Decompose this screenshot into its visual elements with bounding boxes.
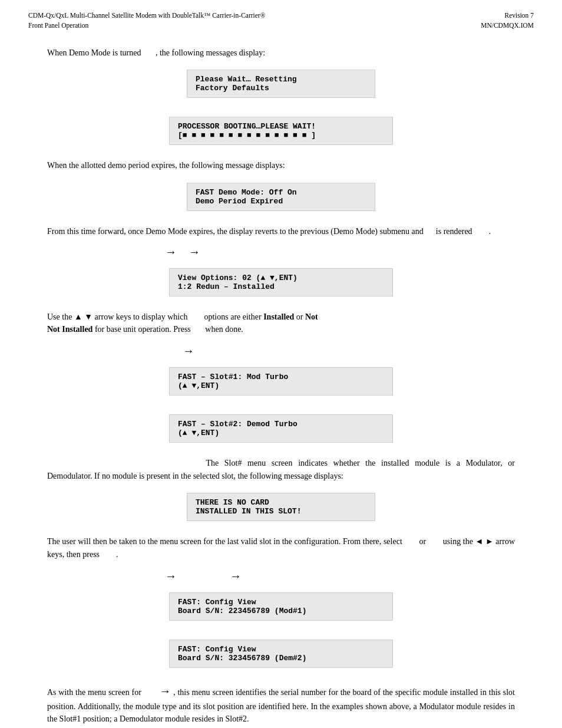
para3-before: From this time forward, once Demo Mode e… [47,227,424,236]
para7: As with the menu screen for → , this men… [47,682,515,726]
code-box-2-container: PROCESSOR BOOTING…PLEASE WAIT! [■ ■ ■ ■ … [47,112,515,153]
code-box-4: View Options: 02 (▲ ▼,ENT) 1:2 Redun – I… [169,268,393,297]
code4-line1: View Options: 02 (▲ ▼,ENT) [178,274,384,282]
code-box-7: THERE IS NO CARD INSTALLED IN THIS SLOT! [187,493,375,521]
code4-line2: 1:2 Redun – Installed [178,282,384,291]
page-header: CDM-Qx/QxL Multi-Channel Satellite Modem… [0,0,562,35]
code3-line1: FAST Demo Mode: Off On [196,188,366,197]
main-content: When Demo Mode is turned , the following… [0,35,562,729]
para3-end: . [489,227,491,236]
code8-line1: FAST: Config View [178,598,384,607]
arrow-line-2: → [183,344,515,358]
code8-line2: Board S/N: 223456789 (Mod#1) [178,607,384,615]
code-box-4-container: View Options: 02 (▲ ▼,ENT) 1:2 Redun – I… [47,263,515,305]
code6-line2: (▲ ▼,ENT) [178,429,384,437]
para4-mid: options are either [204,312,261,321]
code6-line1: FAST – Slot#2: Demod Turbo [178,420,384,429]
code-box-6-container: FAST – Slot#2: Demod Turbo (▲ ▼,ENT) [47,410,515,451]
code1-line1: Please Wait… Resetting [196,75,366,84]
code5-line2: (▲ ▼,ENT) [178,381,384,390]
code-box-5: FAST – Slot#1: Mod Turbo (▲ ▼,ENT) [169,367,393,396]
code-box-2: PROCESSOR BOOTING…PLEASE WAIT! [■ ■ ■ ■ … [169,117,393,145]
arrow-icon-1: → [165,245,177,259]
code1-line2: Factory Defaults [196,84,366,93]
para2: When the allotted demo period expires, t… [47,159,515,172]
para6-text: The user will then be taken to the menu … [47,537,402,546]
para1-before: When Demo Mode is turned [47,48,141,57]
code-box-7-container: THERE IS NO CARD INSTALLED IN THIS SLOT! [47,488,515,529]
code-box-3-container: FAST Demo Mode: Off On Demo Period Expir… [47,178,515,219]
para4-done: when done. [205,325,243,334]
para1: When Demo Mode is turned , the following… [47,47,515,60]
code-box-9-container: FAST: Config View Board S/N: 323456789 (… [47,635,515,676]
page: CDM-Qx/QxL Multi-Channel Satellite Modem… [0,0,562,728]
para4-bold1: Installed [263,312,294,321]
code2-line2: [■ ■ ■ ■ ■ ■ ■ ■ ■ ■ ■ ■ ■ ■ ] [178,131,384,140]
para4-bold2-not: Not [305,312,318,321]
code-box-6: FAST – Slot#2: Demod Turbo (▲ ▼,ENT) [169,414,393,443]
code7-line1: THERE IS NO CARD [196,498,366,507]
code3-line2: Demo Period Expired [196,197,366,206]
para5: The Slot# menu screen indicates whether … [47,457,515,482]
code9-line2: Board S/N: 323456789 (Dem#2) [178,654,384,663]
para4-bold2: Not Installed [47,325,92,334]
para7-before: As with the menu screen for [47,688,141,697]
header-docnum: MN/CDMQX.IOM [481,21,534,31]
para4-end: for base unit operation. Press [95,325,193,334]
arrow-icon-4: → [165,569,177,583]
para3-mid: is rendered [436,227,472,236]
code-box-8: FAST: Config View Board S/N: 223456789 (… [169,592,393,621]
code2-line1: PROCESSOR BOOTING…PLEASE WAIT! [178,122,384,131]
arrow-line-3: → → [165,569,515,583]
para6-or: or [419,537,426,546]
code7-line2: INSTALLED IN THIS SLOT! [196,507,366,516]
code-box-1: Please Wait… Resetting Factory Defaults [187,70,375,98]
arrow-icon-5: → [230,569,242,583]
para6: The user will then be taken to the menu … [47,535,515,561]
arrow-icon-3: → [183,344,194,358]
para3: From this time forward, once Demo Mode e… [47,225,515,238]
header-revision: Revision 7 [481,11,534,21]
arrow-icon-2: → [189,245,200,259]
code9-line1: FAST: Config View [178,645,384,654]
header-title: CDM-Qx/QxL Multi-Channel Satellite Modem… [28,11,265,21]
para4: Use the ▲ ▼ arrow keys to display which … [47,311,515,336]
code-box-1-container: Please Wait… Resetting Factory Defaults [47,65,515,106]
code-box-5-container: FAST – Slot#1: Mod Turbo (▲ ▼,ENT) [47,363,515,404]
para5-before: The Slot# menu screen indicates whether … [47,459,515,480]
para4-or: or [296,312,305,321]
para1-suffix: , the following messages display: [156,48,265,57]
code-box-3: FAST Demo Mode: Off On Demo Period Expir… [187,183,375,211]
header-right: Revision 7 MN/CDMQX.IOM [481,11,534,31]
header-left: CDM-Qx/QxL Multi-Channel Satellite Modem… [28,11,265,31]
code-box-9: FAST: Config View Board S/N: 323456789 (… [169,640,393,668]
code-box-8-container: FAST: Config View Board S/N: 223456789 (… [47,588,515,629]
arrow-line-1: → → [165,245,515,259]
header-subtitle: Front Panel Operation [28,21,265,31]
para6-end: . [116,550,118,559]
para7-arrow: → [159,684,171,697]
para4-before: Use the ▲ ▼ arrow keys to display which [47,312,187,321]
code5-line1: FAST – Slot#1: Mod Turbo [178,373,384,381]
